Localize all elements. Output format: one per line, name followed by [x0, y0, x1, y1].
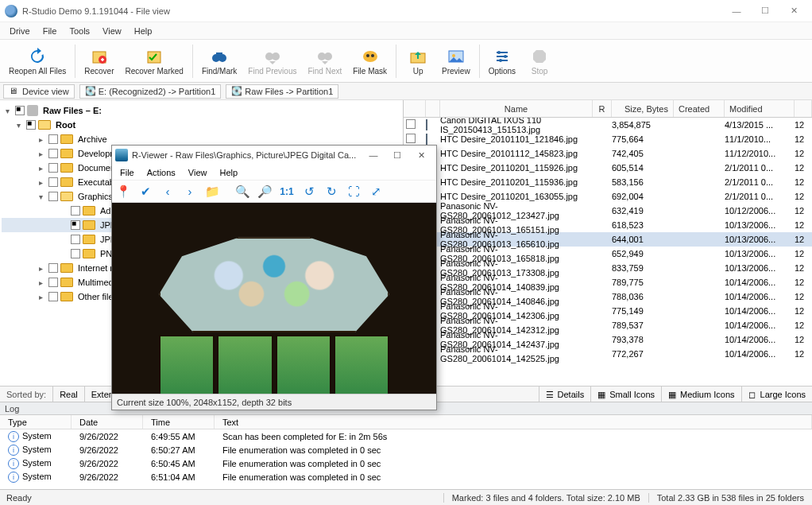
file-name: HTC Desire_20110201_163055.jpg	[440, 192, 593, 201]
check-icon[interactable]: ✔	[136, 182, 155, 201]
status-total: Total 2.33 GB in 538 files in 25 folders	[648, 493, 812, 503]
medium-icons-icon: ▦	[668, 390, 678, 399]
log-row[interactable]: iSystem9/26/20226:49:55 AMScan has been …	[0, 429, 812, 443]
toolbar: Reopen All Files Recover Recover Marked …	[0, 40, 812, 83]
tree-checkbox[interactable]	[15, 106, 25, 115]
viewer-menu-view[interactable]: View	[182, 166, 214, 179]
close-button[interactable]: ✕	[780, 2, 807, 20]
binoculars-next-icon	[315, 47, 334, 66]
menu-help[interactable]: Help	[128, 24, 159, 38]
reopen-all-files-button[interactable]: Reopen All Files	[4, 41, 71, 81]
prev-icon[interactable]: ‹	[158, 182, 177, 201]
viewer-menu-help[interactable]: Help	[213, 166, 244, 179]
log-row[interactable]: iSystem9/26/20226:50:45 AMFile enumerati…	[0, 456, 812, 470]
find-next-button[interactable]: Find Next	[303, 41, 346, 81]
tree-root[interactable]: Raw Files – E:	[41, 106, 103, 115]
col-size[interactable]: Size, Bytes	[612, 100, 674, 117]
file-size: 644,001	[612, 235, 674, 244]
view-details-button[interactable]: ☰Details	[539, 387, 591, 402]
details-icon: ☰	[546, 390, 555, 399]
viewer-maximize-button[interactable]: ☐	[385, 147, 409, 163]
svg-point-18	[499, 59, 502, 62]
row-checkbox[interactable]	[406, 119, 416, 129]
file-modified: 4/13/2015 ...	[725, 120, 795, 130]
view-medium-icons-button[interactable]: ▦Medium Icons	[661, 387, 740, 402]
viewer-minimize-button[interactable]: —	[362, 147, 385, 163]
file-modified: 10/13/2006...	[725, 235, 795, 244]
find-previous-button[interactable]: Find Previous	[243, 41, 301, 81]
row-checkbox[interactable]	[406, 134, 416, 143]
view-large-icons-button[interactable]: ◻Large Icons	[741, 387, 812, 402]
stop-button[interactable]: Stop	[522, 41, 557, 81]
viewer-window[interactable]: R-Viewer - Raw Files\Graphics, Picture\J…	[111, 145, 437, 410]
log-row[interactable]: iSystem9/26/20226:51:04 AMFile enumerati…	[0, 470, 812, 484]
rotate-right-icon[interactable]: ↻	[322, 182, 341, 201]
maximize-button[interactable]: ☐	[752, 2, 779, 20]
recover-marked-icon	[145, 47, 164, 66]
viewer-logo-icon	[115, 149, 128, 161]
recover-icon	[90, 47, 109, 66]
zoom-in-icon[interactable]: 🔍	[233, 182, 252, 201]
log-body[interactable]: iSystem9/26/20226:49:55 AMScan has been …	[0, 429, 812, 489]
breadcrumb-partition-1[interactable]: 💽E: (Recognized2) -> Partition1	[79, 84, 222, 99]
image-file-icon	[426, 119, 427, 130]
options-button[interactable]: Options	[484, 41, 520, 81]
sort-real-button[interactable]: Real	[52, 387, 84, 402]
log-row[interactable]: iSystem9/26/20226:50:27 AMFile enumerati…	[0, 443, 812, 456]
up-button[interactable]: Up	[400, 41, 435, 81]
recover-button[interactable]: Recover	[79, 41, 118, 81]
file-grid-header[interactable]: Name R Size, Bytes Created Modified	[404, 100, 812, 118]
file-row[interactable]: HTC Desire_20101101_121846.jpg775,66411/…	[404, 132, 812, 146]
file-size: 692,004	[612, 192, 674, 201]
viewer-menu-actions[interactable]: Actions	[141, 166, 182, 179]
col-r[interactable]: R	[593, 100, 612, 117]
folder-icon[interactable]: 📁	[203, 182, 222, 201]
file-name: HTC Desire_20101101_121846.jpg	[440, 134, 593, 144]
menu-view[interactable]: View	[96, 24, 128, 38]
col-modified[interactable]: Modified	[725, 100, 795, 117]
fullscreen-icon[interactable]: ⤢	[366, 182, 385, 201]
svg-point-11	[366, 54, 369, 57]
disk-icon: 💽	[231, 86, 242, 97]
menu-file[interactable]: File	[37, 24, 64, 38]
tree-checkbox[interactable]	[26, 120, 36, 130]
viewer-image[interactable]	[112, 203, 436, 394]
menu-tools[interactable]: Tools	[63, 24, 96, 38]
viewer-menu-file[interactable]: File	[114, 166, 141, 179]
next-icon[interactable]: ›	[180, 182, 199, 201]
zoom-1-1-icon[interactable]: 1:1	[277, 182, 296, 201]
viewer-titlebar[interactable]: R-Viewer - Raw Files\Graphics, Picture\J…	[112, 146, 436, 165]
svg-marker-19	[533, 50, 546, 63]
file-row[interactable]: Panasonic NV-GS280_20061014_142525.jpg77…	[404, 347, 812, 361]
view-small-icons-button[interactable]: ▦Small Icons	[590, 387, 661, 402]
file-row[interactable]: HTC Desire_20110201_115936.jpg583,1562/1…	[404, 175, 812, 189]
viewer-close-button[interactable]: ✕	[409, 147, 433, 163]
device-view-button[interactable]: 🖥Device view	[3, 84, 75, 99]
file-grid-body[interactable]: Canon DIGITAL IXUS 110 IS_20150413_15151…	[404, 118, 812, 386]
file-name: Canon DIGITAL IXUS 110 IS_20150413_15151…	[440, 118, 593, 134]
rotate-left-icon[interactable]: ↺	[300, 182, 319, 201]
minimize-button[interactable]: —	[723, 2, 750, 20]
monitor-icon: 🖥	[9, 86, 20, 97]
file-mask-button[interactable]: File Mask	[348, 41, 392, 81]
file-row[interactable]: HTC Desire_20110201_115926.jpg605,5142/1…	[404, 161, 812, 175]
menu-drive[interactable]: Drive	[3, 24, 37, 38]
tree-item[interactable]: Archive	[76, 134, 109, 144]
fit-icon[interactable]: ⛶	[344, 182, 363, 201]
col-name[interactable]: Name	[440, 100, 593, 117]
breadcrumb-rawfiles[interactable]: 💽Raw Files -> Partition1	[226, 84, 338, 99]
find-mark-button[interactable]: Find/Mark	[197, 41, 242, 81]
zoom-out-icon[interactable]: 🔎	[255, 182, 274, 201]
drive-icon	[27, 105, 38, 116]
file-modified: 10/14/2006...	[725, 292, 795, 301]
file-row[interactable]: Canon DIGITAL IXUS 110 IS_20150413_15151…	[404, 118, 812, 132]
col-created[interactable]: Created	[674, 100, 725, 117]
status-marked: Marked: 3 files and 4 folders. Total siz…	[443, 493, 648, 503]
pin-icon[interactable]: 📍	[114, 182, 133, 201]
file-row[interactable]: HTC Desire_20101112_145823.jpg742,40511/…	[404, 146, 812, 161]
preview-button[interactable]: Preview	[437, 41, 475, 81]
tree-rootnode[interactable]: Root	[54, 120, 77, 130]
file-modified: 10/13/2006...	[725, 249, 795, 258]
log-columns[interactable]: Type Date Time Text	[0, 415, 812, 429]
recover-marked-button[interactable]: Recover Marked	[121, 41, 188, 81]
